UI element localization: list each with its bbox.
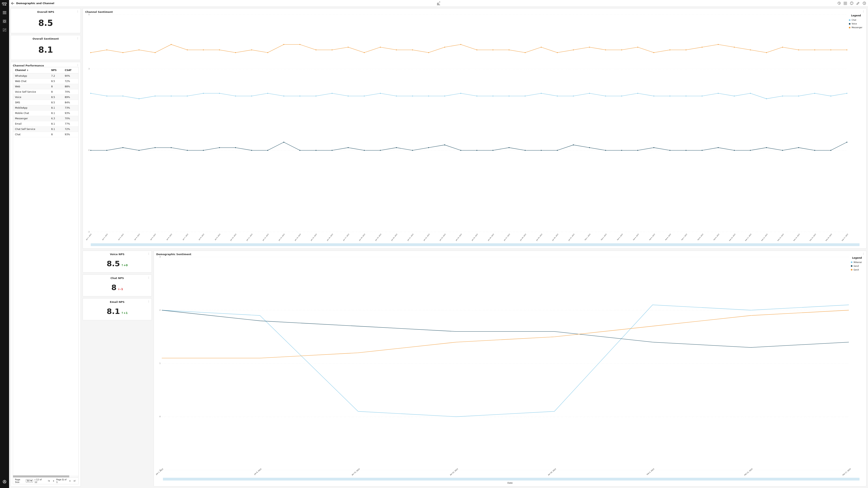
svg-point-35 [332, 50, 333, 51]
svg-point-41 [428, 52, 429, 53]
svg-point-99 [589, 93, 590, 94]
svg-point-163 [846, 142, 847, 143]
table-row[interactable]: WhatsApp7.290% [13, 73, 78, 79]
card-menu-icon[interactable]: ⋮ [76, 64, 79, 66]
svg-point-31 [267, 52, 268, 53]
col-nps[interactable]: NPS [49, 67, 63, 73]
svg-rect-7 [844, 2, 847, 5]
svg-point-145 [557, 150, 558, 151]
sidebar-menu-icon[interactable] [1, 9, 8, 16]
col-csat[interactable]: CSAT [63, 67, 78, 73]
dashboard-grid: Overall NPS ⋮ 8.5 Overall Sentiment ⋮ 8.… [9, 7, 868, 488]
svg-point-118 [123, 147, 123, 148]
legend-genz[interactable]: GenZ [851, 265, 863, 267]
channel-performance-card: Channel Performance ⋮ Channel ↓ NPS CSAT… [11, 62, 81, 486]
card-menu-icon[interactable]: ⋮ [148, 252, 150, 255]
svg-point-100 [605, 96, 606, 97]
sidebar-dashboard-icon[interactable] [1, 18, 8, 25]
pager-next[interactable]: ▸ [69, 480, 72, 482]
table-horizontal-scrollbar[interactable] [13, 476, 78, 477]
table-row[interactable]: MobileApp8.173% [13, 105, 78, 110]
delta-up-icon: ↑+0 [121, 264, 128, 267]
pagesize-select[interactable]: 50 [26, 479, 33, 483]
svg-point-62 [766, 52, 767, 53]
svg-point-54 [638, 47, 639, 48]
table-row[interactable]: Voice Self Service870% [13, 89, 78, 95]
svg-point-34 [315, 50, 316, 51]
card-menu-icon[interactable]: ⋮ [862, 252, 865, 255]
legend-voice[interactable]: Voice [849, 23, 863, 25]
sidebar-analytics-icon[interactable] [1, 27, 8, 33]
svg-point-97 [557, 96, 558, 97]
channel-sentiment-chart[interactable]: -3035Jan 1, 2023Jan 2, 2023Jan 3, 2023Ja… [85, 13, 848, 242]
card-menu-icon[interactable]: ⋮ [148, 300, 150, 303]
add-chart-icon[interactable] [437, 2, 440, 5]
svg-point-87 [396, 96, 397, 97]
channel-performance-title: Channel Performance [13, 64, 79, 67]
svg-point-92 [476, 96, 477, 97]
legend-millenial[interactable]: Millenial [851, 261, 863, 263]
svg-point-124 [219, 147, 220, 148]
chat-nps-card: Chat NPS ⋮ 8↓-1 [83, 274, 152, 296]
pager-first[interactable]: I◂ [47, 480, 51, 482]
svg-point-40 [412, 50, 413, 51]
table-row[interactable]: Chat893% [13, 132, 78, 137]
svg-point-108 [734, 96, 735, 97]
svg-point-56 [670, 50, 671, 51]
card-menu-icon[interactable]: ⋮ [76, 37, 79, 40]
clock-icon[interactable] [863, 2, 866, 5]
svg-point-113 [814, 93, 815, 94]
legend-genx[interactable]: GenX [851, 269, 863, 271]
table-row[interactable]: Email8.177% [13, 121, 78, 127]
pager-last[interactable]: ▸I [73, 480, 76, 482]
svg-point-154 [702, 150, 703, 151]
col-channel[interactable]: Channel ↓ [13, 67, 49, 73]
svg-point-101 [621, 96, 622, 97]
svg-text:0: 0 [159, 416, 161, 418]
topbar: Demographic and Channel [9, 0, 868, 7]
svg-point-26 [187, 50, 188, 51]
brand-logo: JOUL ICA [0, 2, 9, 8]
svg-text:1: 1 [159, 362, 161, 364]
card-menu-icon[interactable]: ⋮ [76, 10, 79, 13]
demographic-sentiment-chart[interactable]: -10123Jan 1, 2023Jan 8, 2023Jan 15, 2023… [156, 256, 850, 478]
table-row[interactable]: Mobile Chat8.193% [13, 110, 78, 116]
palette-icon[interactable] [850, 2, 854, 5]
svg-point-112 [798, 96, 799, 97]
table-row[interactable]: Web Chat8.572% [13, 79, 78, 84]
sidebar-user-icon[interactable] [1, 479, 8, 485]
legend-chat[interactable]: Chat [849, 19, 863, 21]
svg-point-78 [251, 96, 252, 97]
table-row[interactable]: Voice8.589% [13, 95, 78, 100]
svg-text:3: 3 [88, 68, 90, 70]
svg-point-76 [219, 93, 220, 94]
svg-point-102 [638, 93, 639, 94]
svg-point-94 [508, 96, 509, 97]
table-row[interactable]: Web888% [13, 84, 78, 89]
svg-point-50 [573, 50, 574, 51]
svg-point-6 [4, 481, 5, 482]
edit-icon[interactable] [856, 2, 860, 5]
table-row[interactable]: SMS8.584% [13, 100, 78, 105]
chart-brush-bar[interactable] [163, 478, 860, 481]
table-row[interactable]: Messenger6.370% [13, 116, 78, 121]
card-menu-icon[interactable]: ⋮ [862, 10, 865, 13]
svg-point-143 [525, 150, 526, 151]
legend-messenger[interactable]: Messenger [849, 26, 863, 29]
grid-icon[interactable] [843, 2, 847, 5]
svg-point-30 [251, 50, 252, 51]
svg-point-95 [525, 96, 526, 97]
svg-point-147 [589, 147, 590, 148]
back-button[interactable] [11, 2, 14, 5]
svg-point-68 [90, 93, 91, 94]
channel-sentiment-card: Channel Sentiment ⋮ -3035Jan 1, 2023Jan … [83, 8, 866, 249]
svg-rect-0 [3, 20, 4, 21]
history-icon[interactable] [837, 2, 841, 5]
svg-point-57 [685, 50, 686, 51]
pager-prev[interactable]: ◂ [52, 480, 55, 482]
card-menu-icon[interactable]: ⋮ [148, 276, 150, 279]
table-row[interactable]: Chat Self Service8.172% [13, 127, 78, 132]
svg-point-80 [283, 96, 284, 97]
chart-brush-bar[interactable] [91, 243, 860, 246]
svg-point-58 [702, 47, 703, 48]
